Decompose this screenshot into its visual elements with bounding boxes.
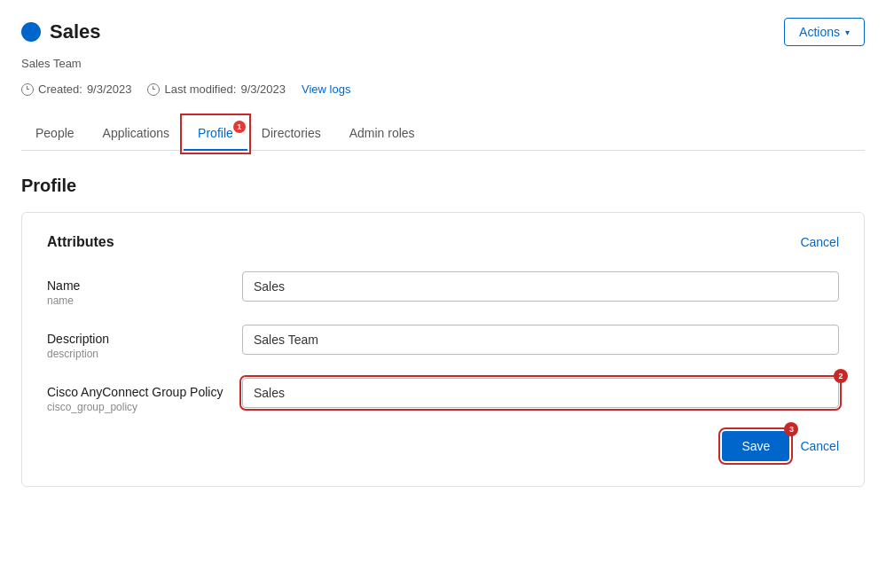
name-input-col [242,271,839,302]
attributes-card: Attributes Cancel Name name Description … [21,212,865,487]
card-title: Attributes [47,234,114,250]
save-button[interactable]: Save 3 [722,431,789,461]
card-cancel-link[interactable]: Cancel [800,235,839,249]
description-input-col [242,325,839,355]
actions-label: Actions [799,25,840,39]
card-header: Attributes Cancel [47,234,839,250]
tab-admin-roles[interactable]: Admin roles [335,117,429,151]
chevron-down-icon: ▾ [845,27,850,37]
cisco-sublabel: cisco_group_policy [47,401,242,413]
tabs-bar: People Applications Profile 1 Directorie… [21,117,865,151]
cisco-label: Cisco AnyConnect Group Policy [47,385,242,399]
cisco-input-col: 2 [242,378,839,408]
clock-icon-2 [147,83,160,96]
meta-row: Created: 9/3/2023 Last modified: 9/3/202… [21,82,865,96]
page-header: Sales Actions ▾ [21,18,865,46]
cisco-input-annotated: 2 [242,378,839,408]
tab-applications[interactable]: Applications [89,117,184,151]
tab-directories[interactable]: Directories [247,117,335,151]
tab-people[interactable]: People [21,117,89,151]
description-label: Description [47,332,242,346]
modified-meta: Last modified: 9/3/2023 [147,82,286,96]
cisco-annotation-badge: 2 [834,369,848,383]
header-left: Sales [21,20,101,43]
save-annotation-badge: 3 [784,422,798,436]
created-date: 9/3/2023 [87,82,132,96]
description-sublabel: description [47,348,242,360]
save-label: Save [741,439,770,453]
cisco-label-col: Cisco AnyConnect Group Policy cisco_grou… [47,378,242,413]
actions-button[interactable]: Actions ▾ [784,18,865,46]
tab-admin-roles-label: Admin roles [349,126,415,140]
section-heading: Profile [21,176,865,196]
cisco-input[interactable] [242,378,839,408]
name-label: Name [47,278,242,293]
name-form-row: Name name [47,271,839,307]
okta-logo-icon [21,22,41,42]
footer-cancel-link[interactable]: Cancel [800,439,839,453]
name-label-col: Name name [47,271,242,307]
name-input[interactable] [242,271,839,302]
form-footer: Save 3 Cancel [47,431,839,461]
modified-label: Last modified: [164,82,236,96]
tab-profile[interactable]: Profile 1 [184,117,247,151]
description-form-row: Description description [47,325,839,360]
created-meta: Created: 9/3/2023 [21,82,131,96]
created-label: Created: [38,82,82,96]
description-label-col: Description description [47,325,242,360]
tab-directories-label: Directories [262,126,321,140]
tab-profile-label: Profile [198,126,233,140]
name-sublabel: name [47,294,242,307]
view-logs-link[interactable]: View logs [302,82,350,96]
tab-profile-badge: 1 [233,121,246,133]
page-title: Sales [50,20,101,43]
clock-icon [21,83,34,96]
subtitle: Sales Team [21,57,865,70]
tab-applications-label: Applications [103,126,170,140]
modified-date: 9/3/2023 [240,82,286,96]
description-input[interactable] [242,325,839,355]
tab-people-label: People [35,126,74,140]
cisco-form-row: Cisco AnyConnect Group Policy cisco_grou… [47,378,839,413]
